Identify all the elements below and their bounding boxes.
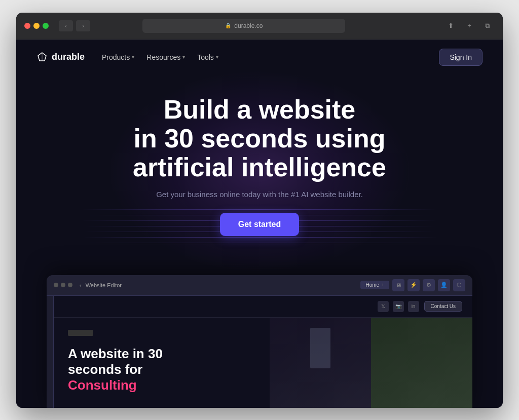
editor-sidebar [47, 296, 54, 408]
twitter-icon[interactable]: 𝕏 [378, 301, 389, 312]
inner-image-left [270, 318, 371, 408]
windows-icon[interactable]: ⧉ [480, 20, 495, 31]
lock-icon: 🔒 [225, 23, 231, 28]
editor-body: 𝕏 📷 in Contact Us A website in [47, 296, 472, 408]
browser-nav: ‹ › [59, 20, 90, 31]
editor-title-bar: ‹ Website Editor [80, 282, 122, 288]
browser-chrome: ‹ › 🔒 durable.co ⬆ + ⧉ [16, 13, 503, 40]
hero-title: Build a website in 30 seconds using arti… [26, 95, 493, 182]
inner-title-line2: seconds for [68, 362, 142, 377]
editor-tl-2 [61, 283, 65, 287]
editor-back-icon[interactable]: ‹ [80, 282, 82, 288]
new-tab-icon[interactable]: + [462, 20, 476, 31]
contact-us-button[interactable]: Contact Us [424, 301, 462, 312]
linkedin-icon[interactable]: in [408, 301, 419, 312]
inner-image-right [371, 318, 472, 408]
traffic-light-red[interactable] [24, 23, 30, 29]
editor-settings-icon[interactable]: ⚙ [423, 279, 435, 291]
traffic-lights [24, 23, 49, 29]
inner-hero: A website in 30 seconds for Consulting [54, 318, 472, 408]
url-text: durable.co [234, 22, 263, 29]
editor-tab-label: Home [365, 282, 379, 288]
nav-item-tools[interactable]: Tools ▾ [192, 50, 224, 64]
durable-logo-icon [36, 52, 48, 63]
logo-text: durable [52, 52, 85, 62]
products-chevron: ▾ [132, 54, 134, 60]
inner-title-accent: Consulting [68, 377, 137, 393]
editor-external-icon[interactable]: ⬡ [453, 279, 465, 291]
nav-links: Products ▾ Resources ▾ Tools ▾ [97, 50, 224, 64]
sign-in-button[interactable]: Sign In [439, 49, 483, 66]
editor-home-tab[interactable]: Home + [360, 281, 389, 289]
editor-chrome: ‹ Website Editor Home + 🖥 ⚡ ⚙ 👤 ⬡ [47, 275, 472, 296]
resources-chevron: ▾ [182, 54, 185, 60]
tools-chevron: ▾ [216, 54, 218, 60]
website-content: durable Products ▾ Resources ▾ Tools ▾ S… [16, 40, 503, 408]
browser-window: ‹ › 🔒 durable.co ⬆ + ⧉ durable [16, 13, 503, 408]
traffic-light-green[interactable] [43, 23, 49, 29]
inner-hero-image [270, 318, 472, 408]
site-nav: durable Products ▾ Resources ▾ Tools ▾ S… [16, 40, 503, 75]
instagram-icon[interactable]: 📷 [393, 301, 404, 312]
editor-monitor-icon[interactable]: 🖥 [392, 279, 404, 291]
forward-button[interactable]: › [76, 20, 90, 31]
logo[interactable]: durable [36, 52, 85, 63]
inner-hero-text: A website in 30 seconds for Consulting [54, 318, 270, 408]
inner-site: 𝕏 📷 in Contact Us A website in [54, 296, 472, 408]
inner-hero-title: A website in 30 seconds for Consulting [68, 346, 255, 394]
back-button[interactable]: ‹ [59, 20, 73, 31]
share-icon[interactable]: ⬆ [444, 20, 458, 31]
nav-item-products[interactable]: Products ▾ [97, 50, 139, 64]
traffic-light-yellow[interactable] [33, 23, 40, 29]
hero-subtitle: Get your business online today with the … [26, 190, 493, 199]
editor-preview: ‹ Website Editor Home + 🖥 ⚡ ⚙ 👤 ⬡ [47, 275, 472, 408]
editor-toolbar: Home + 🖥 ⚡ ⚙ 👤 ⬡ [360, 279, 465, 291]
hero-title-line3: artificial intelligence [133, 152, 386, 182]
social-icons: 𝕏 📷 in [378, 301, 419, 312]
editor-user-icon[interactable]: 👤 [438, 279, 450, 291]
inner-site-nav: 𝕏 📷 in Contact Us [54, 296, 472, 318]
nav-item-resources[interactable]: Resources ▾ [141, 50, 190, 64]
hero-title-line2: in 30 seconds using [133, 124, 385, 153]
inner-title-line1: A website in 30 [68, 346, 163, 361]
browser-actions: ⬆ + ⧉ [444, 20, 495, 31]
nav-right: Sign In [439, 49, 483, 66]
inner-logo-placeholder [68, 330, 93, 336]
image-overlay-left [270, 318, 371, 408]
window-effect [310, 328, 330, 368]
hero-section: Build a website in 30 seconds using arti… [16, 75, 503, 247]
editor-tl-3 [68, 283, 72, 287]
editor-main: 𝕏 📷 in Contact Us A website in [54, 296, 472, 408]
image-overlay-right [371, 318, 472, 408]
address-bar[interactable]: 🔒 durable.co [142, 19, 345, 33]
editor-title-text: Website Editor [86, 282, 122, 288]
get-started-button[interactable]: Get started [220, 213, 299, 236]
editor-tl-1 [54, 283, 58, 287]
editor-traffic-lights [54, 283, 72, 287]
editor-lightning-icon[interactable]: ⚡ [407, 279, 420, 291]
editor-tab-plus[interactable]: + [381, 282, 384, 288]
hero-title-line1: Build a website [164, 95, 356, 124]
